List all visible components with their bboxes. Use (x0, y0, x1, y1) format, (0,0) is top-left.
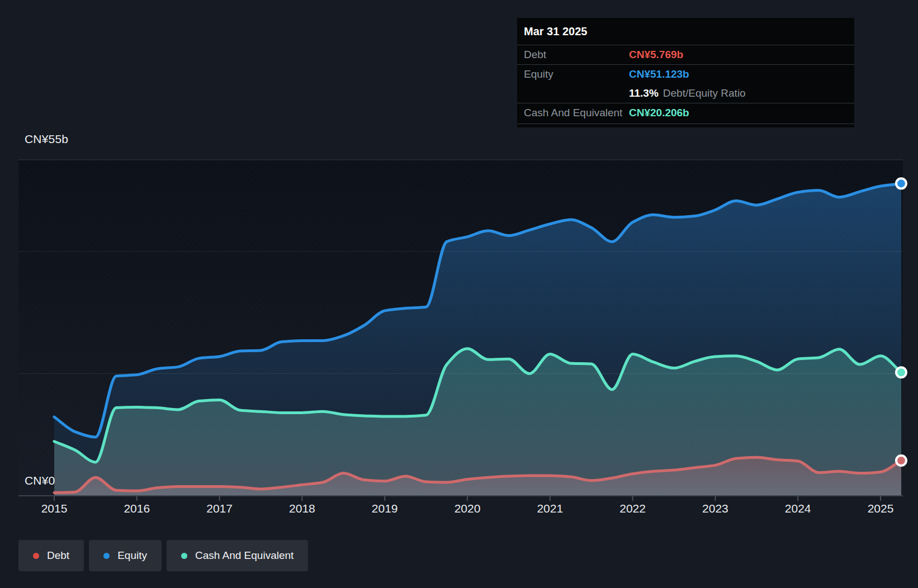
x-axis-year-label: 2015 (29, 502, 79, 515)
y-axis-label-zero: CN¥0 (25, 474, 55, 487)
x-axis-year-label: 2024 (773, 502, 823, 515)
tooltip-row-cash: Cash And Equivalent CN¥20.206b (517, 103, 854, 124)
x-axis-year-label: 2018 (277, 502, 327, 515)
tooltip-equity-label: Equity (524, 65, 629, 84)
x-axis-year-label: 2023 (690, 502, 740, 515)
x-axis-year-label: 2016 (112, 502, 162, 515)
y-axis-label-max: CN¥55b (25, 132, 68, 146)
x-axis-year-label: 2017 (195, 502, 245, 515)
legend-item-debt[interactable]: Debt (18, 540, 84, 571)
x-axis-labels: 2015201620172018201920202021202220232024… (0, 502, 918, 516)
tooltip-row-equity: Equity CN¥51.123b (517, 65, 854, 84)
chart-legend: Debt Equity Cash And Equivalent (18, 540, 308, 571)
legend-item-cash[interactable]: Cash And Equivalent (167, 540, 308, 571)
balance-sheet-chart-page: CN¥55b CN¥0 2015201620172018201920202021… (0, 0, 918, 588)
tooltip-ratio-value: 11.3% (629, 87, 659, 99)
tooltip-date: Mar 31 2025 (517, 18, 854, 45)
chart-tooltip: Mar 31 2025 Debt CN¥5.769b Equity CN¥51.… (517, 18, 854, 127)
tooltip-equity-value: CN¥51.123b (629, 65, 689, 84)
legend-debt-label: Debt (47, 549, 69, 562)
debt-series-dot-icon (33, 553, 39, 559)
tooltip-ratio-label: Debt/Equity Ratio (663, 87, 746, 99)
legend-item-equity[interactable]: Equity (89, 540, 162, 571)
tooltip-cash-label: Cash And Equivalent (524, 103, 629, 122)
equity-series-dot-icon (103, 553, 110, 559)
legend-cash-label: Cash And Equivalent (195, 549, 294, 562)
tooltip-debt-value: CN¥5.769b (629, 45, 683, 64)
tooltip-cash-value: CN¥20.206b (629, 103, 689, 122)
tooltip-ratio-spacer (524, 84, 629, 103)
x-axis-year-label: 2022 (608, 502, 658, 515)
tooltip-ratio: 11.3%Debt/Equity Ratio (629, 84, 746, 103)
x-axis-year-label: 2025 (855, 502, 906, 515)
x-axis-year-label: 2021 (525, 502, 575, 515)
tooltip-row-ratio: 11.3%Debt/Equity Ratio (517, 84, 854, 103)
cash-series-dot-icon (181, 553, 187, 559)
tooltip-row-debt: Debt CN¥5.769b (517, 45, 854, 65)
tooltip-debt-label: Debt (524, 45, 629, 64)
legend-equity-label: Equity (117, 549, 147, 562)
x-axis-year-label: 2020 (442, 502, 493, 515)
x-axis-year-label: 2019 (359, 502, 410, 515)
